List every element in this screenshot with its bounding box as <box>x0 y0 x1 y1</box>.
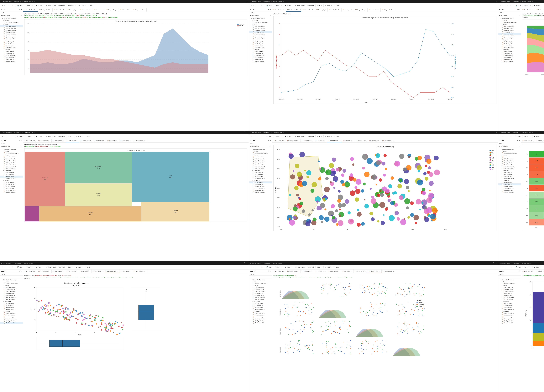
tree-item[interactable]: Pie Chart.ipynb <box>0 174 23 176</box>
tree-group-Ranking[interactable]: ▾ Ranking <box>249 281 272 283</box>
stop-button[interactable] <box>43 5 45 6</box>
open-icon-1[interactable]: + <box>506 5 509 7</box>
tree-item[interactable]: Bubble plot with ... <box>0 312 23 314</box>
kernel-select[interactable]: Python 3▾ <box>274 135 283 138</box>
tree-item[interactable]: Calendar Heat M... <box>249 27 272 29</box>
undo-button[interactable]: ↶Undo▾ <box>333 5 341 7</box>
tab[interactable]: Correlogram.i... <box>93 8 106 12</box>
tree-group-Correlation[interactable]: ▾ Correlation <box>249 310 272 312</box>
tree-group-Comparison[interactable]: ▾ Comparison <box>498 300 521 302</box>
stop-button[interactable] <box>541 136 543 137</box>
tree-group-Comparison[interactable]: ▾ Comparison <box>498 39 521 41</box>
maximize-icon[interactable] <box>244 132 245 133</box>
stop-button[interactable] <box>43 267 45 268</box>
tree-item[interactable]: Counts Plot.ipynb <box>0 55 23 57</box>
tab[interactable]: Histogram for Cat... <box>381 139 396 142</box>
data-section[interactable]: ▸ DATA <box>498 273 521 276</box>
kernel-select[interactable]: Python 3▾ <box>523 135 532 138</box>
code-cell[interactable]: # Load Dataset\df = sns.load_dataset('ir… <box>273 275 496 278</box>
maximize-icon[interactable] <box>244 262 245 264</box>
tab[interactable]: Plotting with diffe... <box>286 270 301 273</box>
tree-group-Correlation[interactable]: ▾ Correlation <box>498 49 521 51</box>
data-section[interactable]: ▸ DATA <box>249 273 272 276</box>
close-icon[interactable]: ✕ <box>247 262 248 264</box>
tree-item[interactable]: Marginal Boxplot... <box>0 60 23 62</box>
tree-item[interactable]: Each regression l... <box>0 187 23 189</box>
tree-item[interactable]: Counts Plot.ipynb <box>0 185 23 187</box>
tree-item[interactable]: Bar Chart.ipynb <box>249 41 272 43</box>
close-tab-icon[interactable]: × <box>117 271 118 272</box>
tab[interactable]: Treemap.ipynb× <box>65 139 80 142</box>
tree-item[interactable]: RankVisualizations.ipy... <box>0 152 23 154</box>
tree-item[interactable]: Plotting with diff... <box>249 162 272 164</box>
notebook-content[interactable]: Bubble Plot with Encircling1000020000300… <box>272 143 498 261</box>
open-icon-2[interactable]: + <box>260 135 264 138</box>
tree-item[interactable]: Bar Chart.ipynb <box>0 41 23 43</box>
tab[interactable]: Bubble plot with... <box>79 8 93 12</box>
refresh-icon[interactable]: ⟳ <box>19 270 20 272</box>
tree-item[interactable]: Bubble plot with ... <box>498 181 521 183</box>
tree-item[interactable]: Calendar Heat M... <box>498 27 521 29</box>
open-icon-1[interactable]: + <box>8 135 11 138</box>
tree-group-Change[interactable]: ▾ Change <box>0 285 23 287</box>
undo-button[interactable]: ↶Undo▾ <box>333 135 341 138</box>
save-button[interactable]: 💾Save <box>515 266 521 268</box>
tree-item[interactable]: Time Series.ipynb <box>498 168 521 170</box>
close-sidebar-icon[interactable]: ‹ <box>21 9 22 11</box>
tree-item[interactable]: Stacked Area Ch... <box>0 33 23 35</box>
tree-item[interactable]: Bubble plot with ... <box>498 51 521 53</box>
stop-button[interactable] <box>292 136 294 137</box>
tree-item[interactable]: RankVisualizations.ipy... <box>249 21 272 23</box>
kernel-select[interactable]: Python 3▾ <box>274 5 283 7</box>
tree-group-Change[interactable]: ▾ Change <box>498 23 521 25</box>
tree-item[interactable]: Marginal Boxplot... <box>0 322 23 324</box>
tree-item[interactable]: Jittering with stri... <box>0 320 23 322</box>
chevron-down-icon[interactable]: ▾ <box>283 1 284 2</box>
tree-item[interactable]: Bubble plot with ... <box>249 312 272 314</box>
copy-button[interactable]: ⧉Copy▾ <box>78 5 86 7</box>
open-icon-1[interactable]: + <box>506 135 509 138</box>
tree-group-Ranking[interactable]: ▾ Ranking <box>0 150 23 152</box>
tab[interactable]: Marginal Boxpl... <box>354 270 367 273</box>
tree-item[interactable]: Treemap.ipynb <box>498 306 521 308</box>
tab[interactable]: Plotting with diffe... <box>535 270 544 273</box>
newcell-button[interactable]: + New Cell <box>306 5 314 7</box>
tab[interactable]: Correlogram.i... <box>342 8 354 12</box>
tree-item[interactable]: Stacked Area Ch... <box>498 164 521 166</box>
open-icon-2[interactable]: + <box>12 135 15 138</box>
close-sidebar-icon[interactable]: ‹ <box>21 140 22 141</box>
tree-item[interactable]: Area Chart UnStla... <box>0 25 23 27</box>
tree-item[interactable]: Pie Chart.ipynb <box>249 43 272 45</box>
notebooks-section[interactable]: ▾ NOTEBOOKS ⋯ <box>0 145 23 148</box>
tree-item[interactable]: Jittering with stri... <box>498 320 521 322</box>
tree-group-Comparison[interactable]: ▾ Comparison <box>0 170 23 172</box>
refresh-icon[interactable]: ⟳ <box>268 9 269 11</box>
hamburger-icon[interactable]: ☰ <box>250 262 251 264</box>
run-button[interactable]: ▶Run▾ <box>533 5 541 7</box>
tree-item[interactable]: Waffle Chart.ipynb <box>498 308 521 310</box>
tree-item[interactable]: Counts Plot.ipynb <box>249 185 272 187</box>
hamburger-icon[interactable]: ☰ <box>499 262 501 264</box>
service-crumb[interactable]: Cosmos DB <box>14 1 21 2</box>
run-button[interactable]: ▶Run▾ <box>284 5 292 7</box>
hamburger-icon[interactable]: ☰ <box>499 1 501 2</box>
tree-item[interactable]: Correlogram.ipy... <box>498 314 521 316</box>
maximize-icon[interactable] <box>493 262 494 264</box>
tree-item[interactable]: Treemap.ipynb <box>0 306 23 308</box>
copy-button[interactable]: ⧉Copy▾ <box>75 266 83 268</box>
tab[interactable]: Treemap.ipynb <box>315 8 328 12</box>
tree-item[interactable]: Calendar Heat M... <box>249 289 272 291</box>
save-button[interactable]: 💾Save <box>17 5 23 7</box>
stop-button[interactable] <box>292 267 294 268</box>
tree-group-Change[interactable]: ▾ Change <box>0 154 23 156</box>
tree-item[interactable]: Bubble plot with ... <box>0 181 23 183</box>
tree-item[interactable]: Each regression l... <box>498 187 521 189</box>
tree-item[interactable]: Area Chart UnStla... <box>0 287 23 289</box>
tree-group-Correlation[interactable]: ▾ Correlation <box>249 179 272 181</box>
run-button[interactable]: ▶Run▾ <box>35 135 43 138</box>
clear-button[interactable]: ⊘Clear outputs <box>294 135 306 138</box>
tree-item[interactable]: Cross Correlation... <box>249 160 272 162</box>
service-crumb[interactable]: Cosmos DB <box>264 1 270 2</box>
new-menu[interactable]: +▾ <box>250 5 255 7</box>
data-section[interactable]: ▸ DATA <box>0 142 23 145</box>
